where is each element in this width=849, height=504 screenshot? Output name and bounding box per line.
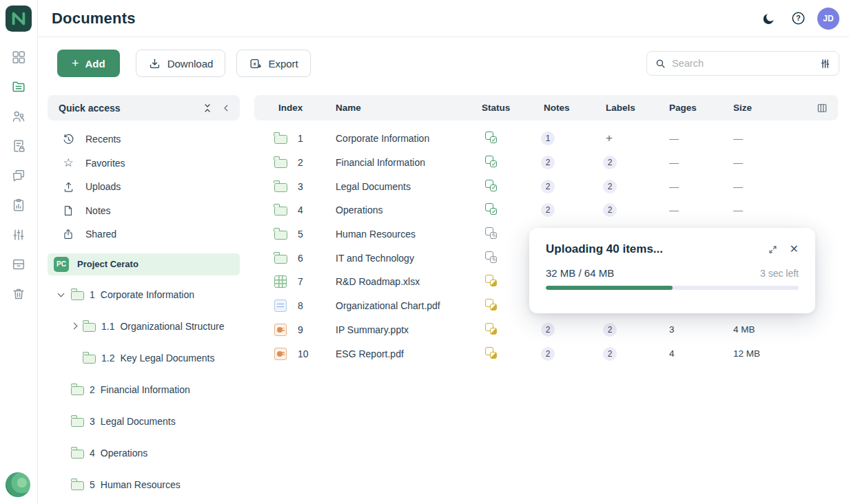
pages-value: 4 (669, 348, 733, 359)
plus-icon: + (72, 57, 79, 70)
download-icon (148, 57, 161, 70)
column-header-labels[interactable]: Labels (606, 103, 669, 113)
labels-badge[interactable]: 2 (603, 156, 617, 169)
dashboard-icon[interactable] (10, 49, 27, 65)
column-header-name[interactable]: Name (336, 103, 482, 113)
page-title: Documents (52, 10, 136, 28)
row-name[interactable]: Organizational Chart.pdf (336, 300, 482, 311)
add-label-button[interactable]: + (606, 132, 613, 145)
table-row[interactable]: 4 Operations 2 2 — — (254, 198, 838, 222)
quick-access-header: Quick access (48, 95, 240, 120)
column-header-index[interactable]: Index (274, 103, 336, 113)
notes-badge[interactable]: 2 (541, 347, 555, 361)
close-icon[interactable]: ✕ (790, 244, 799, 255)
chevron-down-icon[interactable] (59, 293, 71, 296)
notes-badge[interactable]: 2 (541, 156, 555, 169)
sidebar-item-uploads[interactable]: Uploads (48, 175, 240, 199)
users-icon[interactable] (10, 108, 27, 125)
tree-label: Corporate Information (101, 289, 194, 300)
sidebar-item-favorites[interactable]: ☆ Favorites (48, 151, 240, 176)
table-row[interactable]: 10 ESG Report.pdf 2 2 4 12 MB (254, 342, 838, 366)
column-header-status[interactable]: Status (482, 103, 544, 113)
row-name[interactable]: Legal Documents (336, 181, 482, 192)
upload-bytes: 32 MB / 64 MB (546, 267, 614, 279)
folder-icon (71, 450, 84, 459)
labels-badge[interactable]: 2 (603, 180, 617, 193)
pages-value: 3 (669, 324, 733, 335)
status-approved-icon (485, 180, 497, 191)
chevron-right-icon[interactable] (70, 324, 83, 328)
add-button[interactable]: + Add (57, 50, 120, 77)
table-row[interactable]: 2 Financial Information 2 2 — — (254, 151, 838, 175)
project-item-selected[interactable]: PC Project Cerato (48, 253, 240, 275)
row-name[interactable]: IP Summary.pptx (336, 324, 482, 335)
row-name[interactable]: Corporate Information (336, 133, 482, 144)
pages-value: — (669, 133, 733, 144)
row-name[interactable]: Financial Information (336, 157, 482, 168)
secure-document-icon[interactable] (10, 138, 27, 154)
tree-item[interactable]: 1.2 Key Legal Documents (48, 342, 240, 374)
notes-badge[interactable]: 2 (541, 180, 555, 193)
row-name[interactable]: IT and Technology (336, 253, 482, 264)
tree-item[interactable]: 1.1 Organizational Structure (48, 311, 240, 342)
export-button[interactable]: x Export (236, 50, 310, 77)
tree-item[interactable]: 4 Operations (48, 437, 240, 469)
support-widget-icon[interactable] (6, 472, 30, 497)
download-button[interactable]: Download (136, 50, 226, 77)
column-header-notes[interactable]: Notes (544, 103, 606, 113)
labels-badge[interactable]: 2 (603, 203, 617, 217)
expand-icon[interactable] (768, 244, 778, 255)
report-clipboard-icon[interactable] (10, 197, 27, 213)
sidebar-item-recents[interactable]: Recents (48, 127, 240, 151)
labels-badge[interactable]: 2 (603, 323, 617, 337)
tree-item[interactable]: 5 Human Resources (48, 469, 240, 501)
notes-badge[interactable]: 2 (541, 203, 555, 217)
row-name[interactable]: Human Resources (336, 229, 482, 240)
notes-badge[interactable]: 1 (541, 132, 555, 145)
columns-icon[interactable] (816, 102, 828, 114)
column-header-size[interactable]: Size (733, 103, 802, 113)
avatar[interactable]: JD (817, 8, 839, 30)
tree-item[interactable]: 2 Financial Information (48, 374, 240, 406)
table-row[interactable]: 9 IP Summary.pptx 2 2 3 4 MB (254, 318, 838, 342)
moon-icon[interactable] (759, 9, 779, 28)
status-approved-icon (485, 156, 497, 167)
upload-progress-bar (546, 286, 799, 290)
app-logo-icon[interactable] (6, 6, 32, 32)
trash-icon[interactable] (10, 286, 27, 302)
tree-item[interactable]: 3 Legal Documents (48, 406, 240, 437)
tree-num: 3 (90, 416, 95, 427)
sidebar-item-notes[interactable]: Notes (48, 199, 240, 223)
collapse-panel-icon[interactable] (221, 103, 231, 114)
row-name[interactable]: ESG Report.pdf (336, 348, 482, 359)
status-in-review-icon (485, 347, 497, 359)
help-icon[interactable]: ? (788, 9, 808, 28)
table-row[interactable]: 1 Corporate Information 1 + — — (254, 127, 838, 151)
row-name[interactable]: Operations (336, 204, 482, 216)
table-row[interactable]: 3 Legal Documents 2 2 — — (254, 174, 838, 198)
project-badge: PC (54, 257, 69, 272)
search-box[interactable] (646, 51, 839, 76)
row-name[interactable]: R&D Roadmap.xlsx (336, 276, 482, 287)
search-input[interactable] (672, 58, 814, 69)
comments-icon[interactable] (10, 167, 27, 184)
status-in-review-icon (485, 323, 497, 335)
collapse-vertical-icon[interactable] (202, 103, 213, 114)
sliders-icon[interactable] (10, 227, 27, 243)
sidebar-item-shared[interactable]: Shared (48, 222, 240, 246)
labels-badge[interactable]: 2 (603, 347, 617, 361)
notes-badge[interactable]: 2 (541, 323, 555, 337)
column-header-pages[interactable]: Pages (669, 103, 733, 113)
sidebar-item-label: Uploads (85, 181, 121, 192)
upload-toast-title: Uploading 40 items... (546, 242, 663, 256)
filter-sliders-icon[interactable] (819, 58, 831, 70)
tree-num: 1.2 (101, 353, 114, 364)
folder-icon (83, 355, 96, 364)
archive-icon[interactable] (10, 256, 27, 273)
status-draft-icon (485, 227, 497, 239)
tree-item[interactable]: 1 Corporate Information (48, 279, 240, 311)
status-approved-icon (485, 132, 497, 143)
upload-time-left: 3 sec left (760, 268, 799, 279)
documents-folder-icon[interactable] (10, 78, 27, 95)
folder-icon (71, 481, 84, 490)
